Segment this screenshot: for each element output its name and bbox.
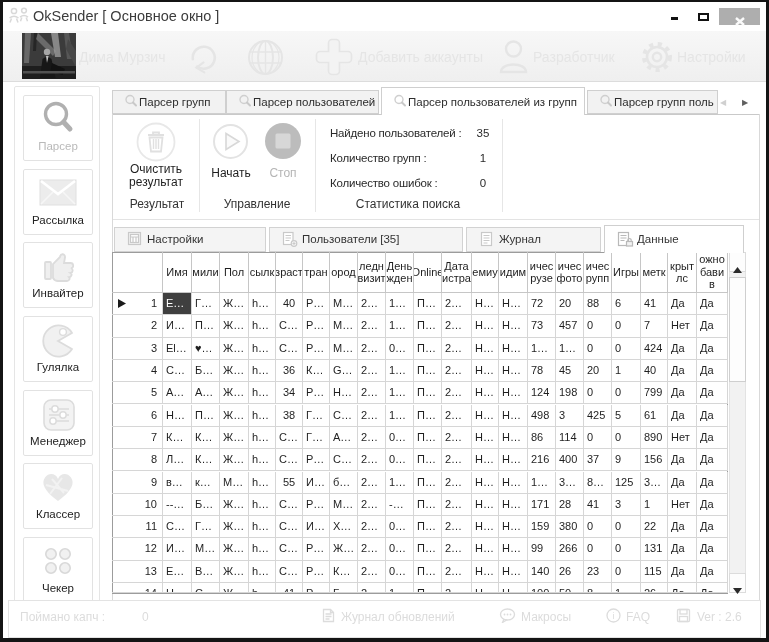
svg-text:i: i: [613, 611, 615, 621]
